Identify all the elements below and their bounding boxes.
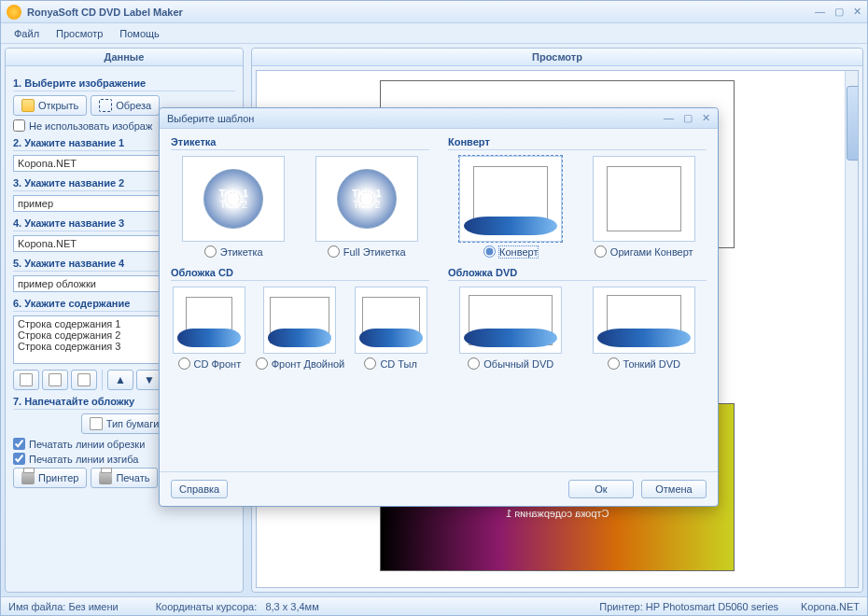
thumb-origami[interactable] <box>593 156 695 242</box>
foldlines-label: Печатать линии изгиба <box>29 454 138 465</box>
printer-button[interactable]: Принтер <box>13 468 87 488</box>
preview-panel-title: Просмотр <box>252 49 862 66</box>
minimize-button[interactable]: — <box>815 6 825 18</box>
data-panel-title: Данные <box>6 49 243 66</box>
dialog-minimize-button[interactable]: — <box>664 112 674 124</box>
paper-icon <box>90 417 103 430</box>
content-tool1-button[interactable] <box>13 370 39 390</box>
thumb-dvdnormal[interactable] <box>459 287 562 354</box>
list-icon <box>49 373 62 386</box>
menubar: Файл Просмотр Помощь <box>1 23 867 44</box>
scrollbar-thumb[interactable] <box>847 86 859 161</box>
radio-origami[interactable]: Оригами Конверт <box>595 245 693 258</box>
section-label-cdcover: Обложка CD <box>171 267 429 281</box>
papertype-label: Тип бумаги <box>106 418 160 429</box>
folder-icon <box>21 99 35 112</box>
radio-etiketka[interactable]: Этикетка <box>204 245 263 258</box>
close-button[interactable]: ✕ <box>853 6 861 18</box>
radio-cdback[interactable]: CD Тыл <box>364 357 417 370</box>
radio-dvdnormal[interactable]: Обычный DVD <box>468 357 553 370</box>
open-button[interactable]: Открыть <box>13 95 87 116</box>
menu-help[interactable]: Помощь <box>114 26 165 41</box>
titlebar: RonyaSoft CD DVD Label Maker — ▢ ✕ <box>1 1 867 23</box>
thumb-fulletiketka[interactable]: Title 1Title 2 <box>315 156 418 242</box>
preview-scrollbar[interactable] <box>845 71 858 587</box>
print-button[interactable]: Печать <box>91 468 158 488</box>
status-printer: Принтер: HP Photosmart D5060 series <box>599 601 778 612</box>
page-icon <box>20 373 33 386</box>
template-dialog: Выберите шаблон — ▢ ✕ Этикетка Title 1Ti… <box>159 107 719 507</box>
maximize-button[interactable]: ▢ <box>834 6 844 18</box>
menu-view[interactable]: Просмотр <box>50 26 108 41</box>
noimage-label: Не использовать изображ <box>29 120 152 132</box>
crop-label: Обреза <box>116 100 151 111</box>
dialog-cancel-button[interactable]: Отмена <box>641 480 707 498</box>
status-file: Имя файла: Без имени <box>8 601 119 612</box>
step1-header: 1. Выберите изображение <box>13 77 235 91</box>
section-label-dvdcover: Обложка DVD <box>448 267 707 281</box>
dialog-ok-button[interactable]: Ок <box>568 480 634 498</box>
crop-icon <box>99 99 112 112</box>
crop-button[interactable]: Обреза <box>91 95 160 116</box>
radio-cdfront[interactable]: CD Фронт <box>178 357 242 370</box>
thumb-konvert[interactable] <box>459 156 562 242</box>
radio-fulletiketka[interactable]: Full Этикетка <box>328 245 406 258</box>
thumb-cdback[interactable] <box>355 287 427 354</box>
dialog-help-button[interactable]: Справка <box>171 480 228 498</box>
radio-dvdslim[interactable]: Тонкий DVD <box>608 357 680 370</box>
papertype-button[interactable]: Тип бумаги <box>81 413 168 434</box>
radio-frontdouble[interactable]: Фронт Двойной <box>256 357 345 370</box>
content-tool3-button[interactable] <box>71 370 97 390</box>
content-line: Строка содержания 1 <box>506 508 609 519</box>
print-label: Печать <box>116 472 149 483</box>
dialog-titlebar: Выберите шаблон — ▢ ✕ <box>160 108 718 129</box>
printer-label: Принтер <box>38 472 78 483</box>
status-brand: Kopona.NET <box>801 601 860 612</box>
open-label: Открыть <box>38 100 78 111</box>
dialog-title: Выберите шаблон <box>167 113 254 124</box>
thumb-cdfront[interactable] <box>173 287 245 354</box>
grid-icon <box>77 373 91 386</box>
content-tool2-button[interactable] <box>42 370 68 390</box>
app-icon <box>7 5 21 20</box>
status-cursor: Координаты курсора: 8,3 x 3,4мм <box>156 601 319 612</box>
dialog-close-button[interactable]: ✕ <box>702 112 710 124</box>
radio-konvert[interactable]: Конверт <box>483 245 538 258</box>
dialog-maximize-button[interactable]: ▢ <box>683 112 693 124</box>
thumb-frontdouble[interactable] <box>263 287 336 354</box>
section-label-etiketka: Этикетка <box>171 136 429 150</box>
thumb-dvdslim[interactable] <box>593 287 695 354</box>
menu-file[interactable]: Файл <box>8 26 45 41</box>
statusbar: Имя файла: Без имени Координаты курсора:… <box>1 596 867 615</box>
section-label-konvert: Конверт <box>448 136 707 150</box>
print-icon <box>99 471 112 484</box>
thumb-etiketka[interactable]: Title 1Title 2 <box>182 156 285 242</box>
printer-icon <box>21 471 35 484</box>
app-title: RonyaSoft CD DVD Label Maker <box>27 7 183 18</box>
content-up-button[interactable]: ▲ <box>107 370 133 390</box>
trimlines-label: Печатать линии обрезки <box>29 439 145 450</box>
